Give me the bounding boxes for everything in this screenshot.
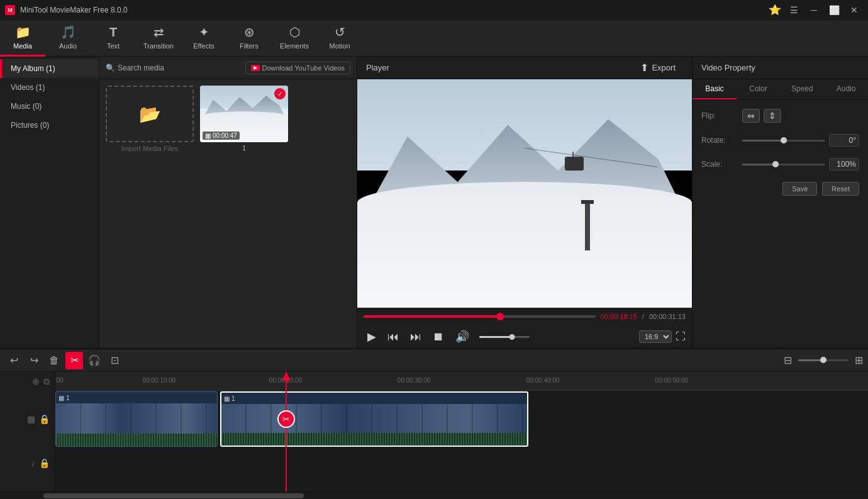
ruler-40: 00:00:40:00 bbox=[526, 377, 560, 384]
total-time: 00:00:31:13 bbox=[649, 313, 686, 320]
video-track-icon: ▦ bbox=[27, 414, 35, 424]
rotate-row: Rotate: 0° bbox=[701, 134, 859, 147]
scale-slider[interactable] bbox=[742, 164, 825, 165]
stop-button[interactable]: ⏹ bbox=[429, 328, 448, 345]
player-title: Player bbox=[366, 63, 633, 72]
folder-icon: 📂 bbox=[139, 104, 161, 125]
clip-waveform-1 bbox=[56, 434, 217, 446]
video-clip-1[interactable]: ▦ 1 bbox=[55, 391, 218, 447]
reset-button[interactable]: Reset bbox=[822, 182, 859, 196]
zoom-out-icon[interactable]: ⊟ bbox=[784, 354, 792, 366]
next-button[interactable]: ⏭ bbox=[406, 328, 425, 345]
progress-track[interactable] bbox=[364, 315, 596, 318]
toolbar-media[interactable]: 📁 Media bbox=[0, 20, 45, 57]
flip-label: Flip: bbox=[701, 111, 742, 120]
rotate-controls: 0° bbox=[742, 134, 859, 147]
collapse-icon[interactable]: ⧉ bbox=[43, 376, 50, 387]
undo-button[interactable]: ↩ bbox=[5, 352, 23, 369]
video-snow bbox=[357, 182, 692, 308]
sidebar-item-music[interactable]: Music (0) bbox=[0, 97, 99, 116]
volume-thumb bbox=[509, 334, 515, 340]
rotate-thumb[interactable] bbox=[781, 137, 787, 143]
export-icon: ⬆ bbox=[640, 62, 648, 74]
ruler-20: 00:00:20:00 bbox=[269, 377, 303, 384]
zoom-slider[interactable] bbox=[798, 359, 849, 361]
main-toolbar: 📁 Media 🎵 Audio T Text ⇄ Transition ✦ Ef… bbox=[0, 20, 868, 57]
lock-audio-icon[interactable]: 🔒 bbox=[39, 458, 50, 468]
video-icon-small: ▦ bbox=[205, 132, 211, 139]
split-button[interactable]: ✂ bbox=[65, 352, 83, 369]
volume-fill bbox=[479, 336, 512, 338]
premium-icon[interactable]: ⭐ bbox=[769, 4, 781, 16]
properties-panel: Video Property Basic Color Speed Audio F… bbox=[692, 57, 868, 348]
player-timeline-bar: 00:00:18:15 / 00:00:31:13 bbox=[357, 308, 692, 325]
flip-horizontal-button[interactable]: ⇔ bbox=[742, 109, 760, 123]
tab-color[interactable]: Color bbox=[737, 79, 781, 99]
toolbar-motion[interactable]: ↺ Motion bbox=[317, 20, 362, 57]
close-button[interactable]: ✕ bbox=[845, 3, 863, 17]
import-media-button[interactable]: 📂 bbox=[106, 86, 194, 142]
timeline-main: 00:00 00:00:10:00 00:00:20:00 00:00:30:0… bbox=[55, 372, 868, 491]
toolbar-filters[interactable]: ⊛ Filters bbox=[226, 20, 272, 57]
rotate-value: 0° bbox=[829, 134, 859, 147]
timeline-scrollbar[interactable] bbox=[0, 491, 868, 499]
toolbar-effects[interactable]: ✦ Effects bbox=[181, 20, 226, 57]
media-thumbnail[interactable]: ▦ 00:00:47 ✓ 1 bbox=[200, 86, 288, 152]
sidebar-item-videos[interactable]: Videos (1) bbox=[0, 78, 99, 97]
audio-clip-button[interactable]: 🎧 bbox=[86, 352, 103, 369]
minimize-button[interactable]: ─ bbox=[805, 3, 823, 17]
download-youtube-button[interactable]: ▶ Download YouTube Videos bbox=[245, 62, 351, 74]
timeline-ruler[interactable]: 00:00 00:00:10:00 00:00:20:00 00:00:30:0… bbox=[55, 372, 868, 391]
volume-button[interactable]: 🔊 bbox=[452, 328, 473, 345]
scale-thumb[interactable] bbox=[772, 161, 779, 167]
waveform-bars-1 bbox=[56, 434, 217, 446]
tab-speed[interactable]: Speed bbox=[781, 79, 825, 99]
aspect-ratio-select[interactable]: 16:9 4:3 1:1 9:16 bbox=[639, 330, 672, 343]
save-button[interactable]: Save bbox=[782, 182, 817, 196]
scale-fill bbox=[742, 164, 776, 165]
lock-video-icon[interactable]: 🔒 bbox=[39, 414, 50, 424]
clip-header-2: ▦ 1 bbox=[221, 393, 527, 404]
scale-controls: 100% bbox=[742, 158, 859, 171]
search-media-button[interactable]: 🔍 Search media bbox=[106, 64, 242, 72]
progress-thumb[interactable] bbox=[496, 313, 504, 320]
progress-fill bbox=[364, 315, 500, 318]
zoom-in-icon[interactable]: ⊞ bbox=[855, 354, 863, 366]
crop-button[interactable]: ⊡ bbox=[106, 352, 123, 369]
toolbar-text[interactable]: T Text bbox=[91, 20, 136, 57]
toolbar-audio[interactable]: 🎵 Audio bbox=[45, 20, 91, 57]
rotate-slider[interactable] bbox=[742, 140, 825, 142]
rotate-fill bbox=[742, 140, 784, 142]
toolbar-transition[interactable]: ⇄ Transition bbox=[136, 20, 181, 57]
video-clip-2[interactable]: ▦ 1 ✂ Split bbox=[220, 391, 528, 447]
export-button[interactable]: ⬆ Export bbox=[633, 59, 683, 76]
tab-audio[interactable]: Audio bbox=[824, 79, 868, 99]
timeline-section: ↩ ↪ 🗑 ✂ 🎧 ⊡ ⊟ ⊞ ⊕ ⧉ ▦ 🔒 ♪ 🔒 bbox=[0, 348, 868, 499]
properties-actions: Save Reset bbox=[701, 182, 859, 196]
ruler-10: 00:00:10:00 bbox=[143, 377, 176, 384]
sidebar-item-pictures[interactable]: Pictures (0) bbox=[0, 116, 99, 135]
sidebar-item-myalbum[interactable]: My Album (1) bbox=[0, 59, 99, 78]
ruler-30: 00:00:30:00 bbox=[398, 377, 431, 384]
scrollbar-thumb[interactable] bbox=[43, 493, 304, 498]
volume-slider[interactable] bbox=[479, 336, 530, 338]
flip-vertical-button[interactable]: ⇕ bbox=[764, 109, 781, 123]
menu-button[interactable]: ☰ bbox=[785, 3, 803, 17]
add-track-icon[interactable]: ⊕ bbox=[32, 376, 40, 386]
fullscreen-button[interactable]: ⛶ bbox=[676, 331, 686, 342]
tl-side-video: ▦ 🔒 bbox=[0, 391, 55, 447]
elements-icon: ⬡ bbox=[289, 25, 300, 40]
player-header: Player ⬆ Export bbox=[357, 57, 692, 79]
zoom-thumb[interactable] bbox=[820, 357, 826, 363]
tab-basic[interactable]: Basic bbox=[693, 79, 737, 99]
delete-button[interactable]: 🗑 bbox=[45, 352, 63, 369]
maximize-button[interactable]: ⬜ bbox=[825, 3, 843, 17]
play-button[interactable]: ▶ bbox=[364, 328, 380, 345]
waveform-bars-2 bbox=[221, 433, 527, 446]
flip-controls: ⇔ ⇕ bbox=[742, 109, 859, 123]
sidebar: My Album (1) Videos (1) Music (0) Pictur… bbox=[0, 57, 99, 348]
media-panel: 🔍 Search media ▶ Download YouTube Videos… bbox=[99, 57, 357, 348]
toolbar-elements[interactable]: ⬡ Elements bbox=[272, 20, 317, 57]
prev-button[interactable]: ⏮ bbox=[384, 328, 403, 345]
redo-button[interactable]: ↪ bbox=[25, 352, 43, 369]
